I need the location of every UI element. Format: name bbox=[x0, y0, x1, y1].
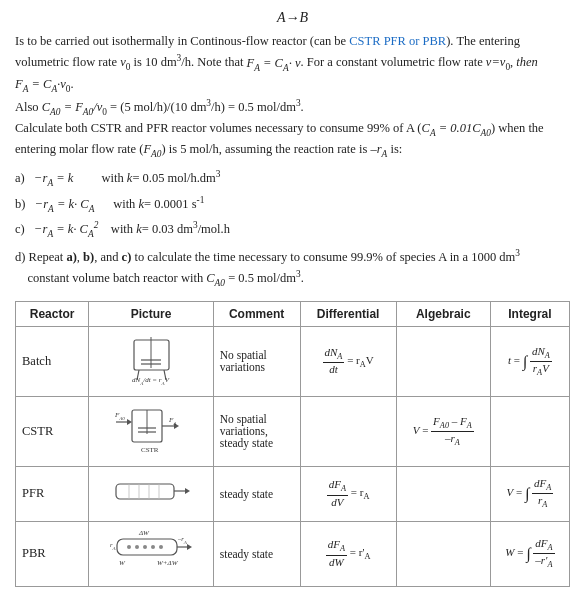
picture-batch: dNA/dt = rAV bbox=[89, 326, 213, 396]
question-a: a) −rA = k with k= 0.05 mol/h.dm3 bbox=[15, 167, 570, 191]
comment-pfr: steady state bbox=[213, 466, 300, 521]
svg-point-31 bbox=[159, 545, 163, 549]
col-picture: Picture bbox=[89, 301, 213, 326]
table-row-batch: Batch dNA/dt = rAV bbox=[16, 326, 570, 396]
svg-text:W: W bbox=[119, 559, 126, 567]
svg-marker-34 bbox=[187, 544, 192, 550]
svg-text:rA: rA bbox=[110, 541, 117, 551]
reactor-name-pfr: PFR bbox=[16, 466, 89, 521]
svg-text:W+ΔW: W+ΔW bbox=[157, 559, 179, 567]
reactor-name-pbr: PBR bbox=[16, 521, 89, 586]
int-pfr: V = ∫ dFA rA bbox=[490, 466, 569, 521]
question-c: c) −rA = k· CA2 with k= 0.03 dm3/mol.h bbox=[15, 218, 570, 242]
col-differential: Differential bbox=[300, 301, 396, 326]
questions-list: a) −rA = k with k= 0.05 mol/h.dm3 b) −rA… bbox=[15, 167, 570, 291]
svg-rect-18 bbox=[116, 484, 174, 499]
svg-point-29 bbox=[143, 545, 147, 549]
diff-cstr bbox=[300, 396, 396, 466]
comment-pbr: steady state bbox=[213, 521, 300, 586]
svg-text:ΔW: ΔW bbox=[138, 529, 150, 537]
reactor-name-batch: Batch bbox=[16, 326, 89, 396]
diff-pbr: dFA dW = r'A bbox=[300, 521, 396, 586]
question-b: b) −rA = k· CA with k= 0.0001 s-1 bbox=[15, 193, 570, 217]
alg-batch bbox=[396, 326, 490, 396]
alg-pfr bbox=[396, 466, 490, 521]
svg-point-28 bbox=[135, 545, 139, 549]
col-comment: Comment bbox=[213, 301, 300, 326]
intro-paragraph: Is to be carried out isothermally in Con… bbox=[15, 32, 570, 161]
col-reactor: Reactor bbox=[16, 301, 89, 326]
svg-text:FA0: FA0 bbox=[114, 411, 125, 421]
svg-text:FA: FA bbox=[168, 416, 177, 426]
comment-cstr: No spatialvariations,steady state bbox=[213, 396, 300, 466]
alg-cstr: V = FA0 – FA –rA bbox=[396, 396, 490, 466]
table-row-pbr: PBR ΔW rA – bbox=[16, 521, 570, 586]
diff-batch: dNA dt = rAV bbox=[300, 326, 396, 396]
int-cstr bbox=[490, 396, 569, 466]
alg-pbr bbox=[396, 521, 490, 586]
reactor-table: Reactor Picture Comment Differential Alg… bbox=[15, 301, 570, 587]
question-d: d) Repeat a), b), and c) to calculate th… bbox=[15, 246, 570, 291]
svg-text:CSTR: CSTR bbox=[141, 446, 159, 454]
table-row-cstr: CSTR FA0 FA bbox=[16, 396, 570, 466]
svg-marker-8 bbox=[127, 419, 132, 425]
svg-text:–rA: –rA bbox=[177, 535, 188, 545]
int-batch: t = ∫ dNA rAV bbox=[490, 326, 569, 396]
svg-text:dNA/dt = rAV: dNA/dt = rAV bbox=[132, 376, 170, 386]
svg-point-30 bbox=[151, 545, 155, 549]
col-algebraic: Algebraic bbox=[396, 301, 490, 326]
reactor-name-cstr: CSTR bbox=[16, 396, 89, 466]
svg-marker-24 bbox=[185, 488, 190, 494]
page-title: A→B bbox=[15, 10, 570, 26]
int-pbr: W = ∫ dFA –r'A bbox=[490, 521, 569, 586]
picture-pfr bbox=[89, 466, 213, 521]
picture-cstr: FA0 FA CSTR bbox=[89, 396, 213, 466]
table-row-pfr: PFR steady state dFA bbox=[16, 466, 570, 521]
comment-batch: No spatialvariations bbox=[213, 326, 300, 396]
diff-pfr: dFA dV = rA bbox=[300, 466, 396, 521]
col-integral: Integral bbox=[490, 301, 569, 326]
picture-pbr: ΔW rA –rA W W+ΔW bbox=[89, 521, 213, 586]
svg-point-27 bbox=[127, 545, 131, 549]
